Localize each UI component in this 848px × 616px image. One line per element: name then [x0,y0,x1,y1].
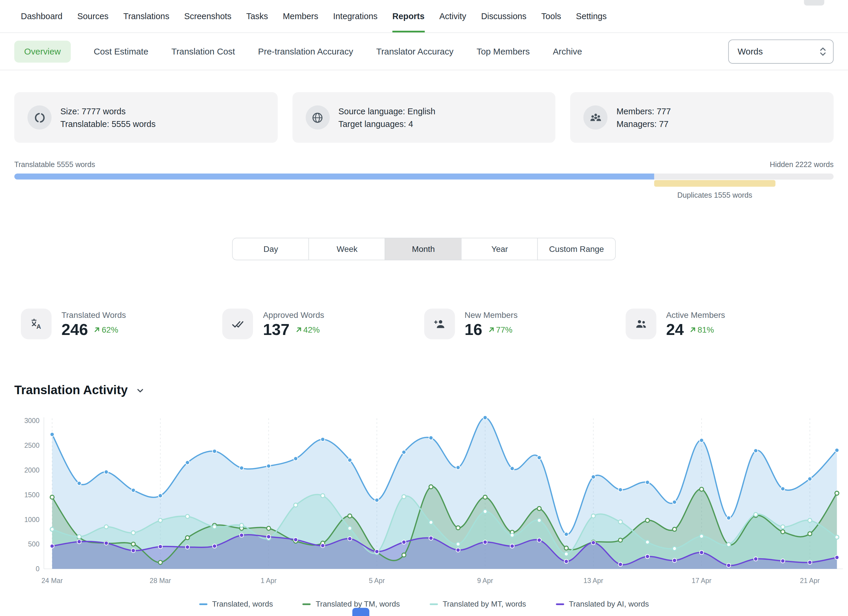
members-card: Members: 777 Managers: 77 [570,92,833,142]
nav-screenshots[interactable]: Screenshots [184,0,231,33]
page: Dashboard Sources Translations Screensho… [0,0,848,616]
progress-bar [14,174,833,180]
language-card: Source language: English Target language… [292,92,556,142]
summary-cards: Size: 7777 words Translatable: 5555 word… [14,92,833,142]
legend-swatch [556,603,564,605]
stat-value: 137 [263,321,289,339]
person-plus-icon [424,309,455,339]
progress-ring-icon [27,105,52,130]
svg-text:1 Apr: 1 Apr [261,577,277,585]
stat-label: Translated Words [62,310,126,320]
svg-text:9 Apr: 9 Apr [477,577,493,585]
size-card: Size: 7777 words Translatable: 5555 word… [14,92,277,142]
duplicates-bar [654,180,775,187]
members-icon [584,105,608,130]
main-nav: Dashboard Sources Translations Screensho… [0,0,848,33]
nav-discussions[interactable]: Discussions [481,0,526,33]
nav-tools[interactable]: Tools [541,0,561,33]
nav-reports[interactable]: Reports [393,0,425,33]
range-year-button[interactable]: Year [461,238,538,260]
unit-select-value: Words [738,46,763,56]
svg-text:13 Apr: 13 Apr [583,577,603,585]
svg-text:2500: 2500 [24,442,40,449]
legend-item[interactable]: Translated by TM, words [303,600,400,609]
svg-text:500: 500 [28,540,40,548]
words-progress-section: Translatable 5555 words Hidden 2222 word… [14,160,833,199]
nav-sources[interactable]: Sources [77,0,108,33]
range-month-button[interactable]: Month [385,238,462,260]
two-people-icon [626,309,656,339]
report-tabs: Overview Cost Estimate Translation Cost … [0,33,848,70]
svg-text:A: A [37,323,41,330]
chevron-down-icon[interactable] [135,386,145,395]
nav-translations[interactable]: Translations [123,0,169,33]
legend-label: Translated by TM, words [316,600,400,609]
legend-item[interactable]: Translated by MT, words [430,600,526,609]
svg-text:24 Mar: 24 Mar [42,577,63,585]
legend-swatch [199,603,207,605]
progress-fill [14,174,654,180]
section-title: Translation Activity [14,383,127,398]
legend-label: Translated by MT, words [443,600,526,609]
size-line: Size: 7777 words [60,105,156,117]
target-languages-line: Target languages: 4 [338,117,435,130]
svg-text:2000: 2000 [24,466,40,474]
translate-icon: A [21,309,52,339]
tab-archive[interactable]: Archive [553,46,582,56]
stat-value: 16 [465,321,482,339]
svg-text:5 Apr: 5 Apr [369,577,385,585]
tab-translation-cost[interactable]: Translation Cost [171,46,235,56]
stats-row: A Translated Words 246 62% [0,309,848,339]
trend-up-icon [93,326,101,333]
chat-widget-button[interactable] [353,608,369,616]
stat-delta: 42% [295,325,320,334]
duplicates-label: Duplicates 1555 words [654,191,775,199]
nav-members[interactable]: Members [283,0,318,33]
nav-dashboard[interactable]: Dashboard [21,0,62,33]
chart-legend: Translated, wordsTranslated by TM, words… [0,600,848,609]
nav-integrations[interactable]: Integrations [333,0,378,33]
tab-cost-estimate[interactable]: Cost Estimate [93,46,148,56]
nav-settings[interactable]: Settings [576,0,606,33]
range-custom-button[interactable]: Custom Range [538,238,616,260]
members-count-line: Members: 777 [617,105,671,117]
trend-up-icon [488,326,495,333]
select-stepper-icon [820,46,827,56]
stat-active-members: Active Members 24 81% [626,309,827,339]
tab-top-members[interactable]: Top Members [477,46,530,56]
tab-translator-accuracy[interactable]: Translator Accuracy [376,46,454,56]
chart-x-labels: 24 Mar28 Mar1 Apr5 Apr9 Apr13 Apr17 Apr2… [42,577,820,585]
translation-activity-chart[interactable]: 05001000150020002500300024 Mar28 Mar1 Ap… [0,408,848,595]
nav-tasks[interactable]: Tasks [246,0,268,33]
legend-item[interactable]: Translated, words [199,600,273,609]
range-day-button[interactable]: Day [232,238,309,260]
tab-pre-translation-accuracy[interactable]: Pre-translation Accuracy [258,46,353,56]
stat-label: Active Members [666,310,725,320]
stat-approved-words: Approved Words 137 42% [222,309,424,339]
legend-swatch [430,603,438,605]
svg-text:3000: 3000 [24,417,40,425]
cropped-ui-element [804,0,824,6]
translation-activity-chart-section: 05001000150020002500300024 Mar28 Mar1 Ap… [0,408,848,609]
legend-swatch [303,603,311,605]
stat-value: 246 [62,321,88,339]
stat-delta: 77% [488,325,512,334]
stat-value: 24 [666,321,684,339]
trend-up-icon [689,326,696,333]
legend-item[interactable]: Translated by AI, words [556,600,649,609]
managers-count-line: Managers: 77 [617,117,671,130]
nav-activity[interactable]: Activity [439,0,466,33]
stat-delta: 81% [689,325,714,334]
stat-label: Approved Words [263,310,324,320]
svg-text:1000: 1000 [24,516,40,524]
unit-select[interactable]: Words [728,39,833,63]
chart-y-labels: 050010001500200025003000 [24,417,40,573]
svg-text:21 Apr: 21 Apr [800,577,820,585]
translatable-label: Translatable 5555 words [14,160,95,169]
stat-new-members: New Members 16 77% [424,309,626,339]
svg-text:17 Apr: 17 Apr [692,577,712,585]
range-week-button[interactable]: Week [308,238,385,260]
date-range-selector: Day Week Month Year Custom Range [232,238,615,260]
svg-text:1500: 1500 [24,491,40,499]
tab-overview[interactable]: Overview [14,40,70,62]
